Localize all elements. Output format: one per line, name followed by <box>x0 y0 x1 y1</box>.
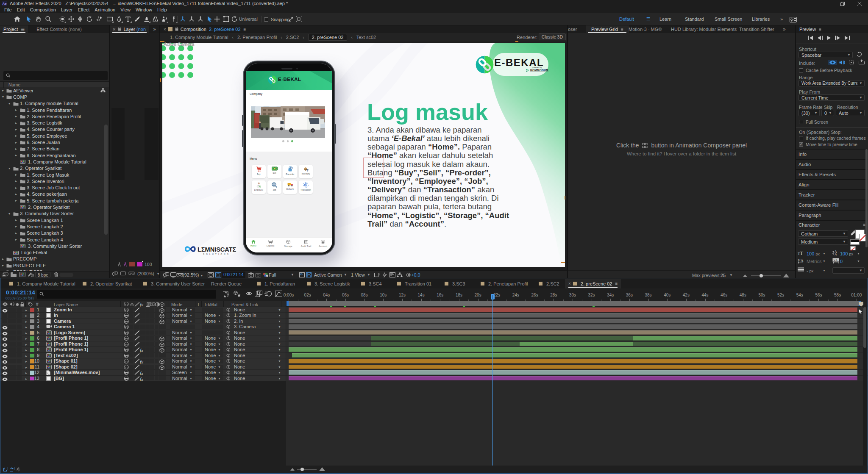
adj-switch[interactable] <box>155 319 159 323</box>
trkmat-value[interactable]: None <box>205 347 216 352</box>
audio-switch[interactable] <box>8 324 12 329</box>
tool-gizmo-position[interactable] <box>213 15 221 23</box>
workspace-tab-libraries[interactable]: Libraries <box>752 17 770 22</box>
timeline-track-row[interactable] <box>286 324 868 330</box>
playhead-head[interactable] <box>491 294 495 299</box>
project-item-comp[interactable]: 1. Company Module Tutorial <box>0 158 109 165</box>
layer-duration-bar[interactable] <box>633 342 857 346</box>
project-item-folder[interactable]: ▸5. Scene Employee <box>0 133 109 139</box>
tool-puppet-pin[interactable] <box>170 15 178 23</box>
sun-switch[interactable] <box>129 347 134 352</box>
tool-roto-brush[interactable] <box>160 15 169 23</box>
breadcrumb-item[interactable]: 2. preScene 02 <box>308 34 348 41</box>
parent-value[interactable]: None <box>234 376 245 381</box>
timeline-track-row[interactable] <box>286 313 868 318</box>
project-scrollbar[interactable] <box>104 125 108 235</box>
fx-switch[interactable] <box>139 319 145 323</box>
snapping-checkbox[interactable]: Snapping <box>264 17 289 22</box>
panel-tab-info[interactable]: Info <box>796 150 868 159</box>
tool-brush[interactable] <box>133 15 142 23</box>
solo-switch[interactable] <box>12 347 17 352</box>
project-item-folder[interactable]: ▸4. Scene Counter party <box>0 126 109 133</box>
magenta-channel-swatch[interactable] <box>137 262 142 266</box>
work-area-bar[interactable] <box>287 301 861 306</box>
lock-switch[interactable] <box>17 324 22 329</box>
mode-value[interactable]: Normal <box>172 335 187 341</box>
always-preview-icon[interactable] <box>112 272 118 276</box>
timeline-track-row[interactable] <box>286 307 868 313</box>
timeline-tab[interactable]: 3.SC3 <box>441 279 469 288</box>
tool-eraser[interactable] <box>151 15 159 23</box>
workspace-menu-icon[interactable]: ☰ <box>646 17 650 21</box>
tab-layer[interactable]: ✕ Layer (non <box>110 25 149 33</box>
color-depth-button[interactable]: 8 bpc <box>35 272 50 277</box>
video-switch[interactable] <box>2 308 7 312</box>
solo-switch[interactable] <box>12 342 17 346</box>
play-from-dropdown[interactable]: Current Time▼ <box>798 94 865 101</box>
workspace-tab-learn[interactable]: Learn <box>659 17 671 22</box>
layer-name[interactable]: Camera 1 <box>54 324 75 329</box>
trkmat-cell[interactable] <box>202 308 223 312</box>
project-item-folder[interactable]: ▸2. Scene Inventori <box>0 178 109 184</box>
timeline-track-row[interactable] <box>286 341 868 347</box>
mode-value[interactable]: Normal <box>172 376 187 381</box>
chevron-collapsed-icon[interactable]: ▸ <box>15 199 17 202</box>
audio-switch[interactable] <box>8 342 12 346</box>
timeline-tab[interactable]: 3. Community User Sorter <box>140 279 208 288</box>
chevron-collapsed-icon[interactable]: ▸ <box>15 134 17 138</box>
tool-dolly[interactable] <box>76 15 84 23</box>
layer-expander-chevron[interactable]: ▸ <box>25 314 27 318</box>
timeline-layer-row[interactable]: ▸2InNormal▼None▼1. Zoom In▼ <box>0 313 286 318</box>
mode-value[interactable]: Screen <box>172 370 187 375</box>
project-item-folder[interactable]: ▸Scene Langkah 4 <box>0 236 109 243</box>
play-button[interactable] <box>826 36 831 40</box>
viewport-camera-label[interactable]: Active Camera <box>164 42 194 47</box>
timeline-tab[interactable]: 1. Pendaftaran <box>253 279 298 288</box>
parent-pickwhip-icon[interactable] <box>225 359 230 363</box>
share-frame-icon[interactable] <box>859 59 865 64</box>
timeline-layer-row[interactable]: ▸3CameraNormal▼None▼2. In▼ <box>0 319 286 324</box>
cube-switch[interactable] <box>159 370 166 374</box>
tool-gizmo-select[interactable] <box>205 15 214 23</box>
mblur-switch[interactable] <box>150 319 154 323</box>
project-item-folder[interactable]: ▸Scene Langkah 3 <box>0 230 109 236</box>
comp-marker-bin-icon[interactable] <box>858 302 864 308</box>
workspace-tab-default[interactable]: Default <box>619 17 634 22</box>
workspace-tab-standard[interactable]: Standard <box>685 17 704 22</box>
timeline-layer-row[interactable]: ▸7[Profil Phone 1]Normal▼None▼None▼ <box>0 341 286 347</box>
sun-switch[interactable] <box>129 313 134 317</box>
cache-before-playback-checkbox[interactable]: Cache Before Playback <box>799 68 852 73</box>
lock-switch[interactable] <box>17 370 22 374</box>
chevron-collapsed-icon[interactable]: ▸ <box>15 186 17 190</box>
fblend-switch[interactable] <box>145 313 150 317</box>
close-tab-icon[interactable]: × <box>164 27 166 32</box>
layer-expander-chevron[interactable]: ▸ <box>25 320 27 324</box>
project-item-folder[interactable]: ▸1. Scene Log Masuk <box>0 172 109 178</box>
project-item-folder[interactable]: ▸AEViewer <box>0 87 109 94</box>
resolution-dropdown[interactable]: Auto▼ <box>836 110 865 116</box>
solo-switch[interactable] <box>12 319 17 323</box>
parent-pickwhip-icon[interactable] <box>225 342 230 346</box>
quality-walk-icon[interactable] <box>117 262 121 267</box>
parent-pickwhip-icon[interactable] <box>225 365 230 369</box>
live-update-icon[interactable] <box>10 467 14 471</box>
parent-value[interactable]: 2. In <box>234 319 243 324</box>
motion-blur-icon[interactable] <box>264 291 272 297</box>
fblend-switch[interactable] <box>145 347 150 352</box>
chevron-collapsed-icon[interactable]: ▸ <box>15 173 17 177</box>
timeline-track-row[interactable] <box>286 370 868 375</box>
parent-value[interactable]: 1. Zoom In <box>234 313 256 318</box>
fblend-switch[interactable] <box>145 324 150 329</box>
project-item-folder[interactable]: ▾1. Company module Tutorial <box>0 100 109 107</box>
cube-switch[interactable] <box>159 353 166 358</box>
layer-name[interactable]: [Shape 02] <box>54 364 78 369</box>
project-item-comp[interactable]: 2. Operator Syarikat <box>0 204 109 210</box>
move-time-checkbox[interactable]: ✓Move time to preview time <box>799 142 857 147</box>
chevron-collapsed-icon[interactable]: ▸ <box>15 192 17 196</box>
time-ruler[interactable]: 0:00s02s04s06s08s10s12s14s16s18s20s22s24… <box>286 288 868 301</box>
sun-switch[interactable] <box>129 342 134 346</box>
panel-menu-icon[interactable]: ≡ <box>615 281 618 286</box>
no-stroke-swatch[interactable] <box>850 246 856 250</box>
mblur-switch[interactable] <box>150 324 154 329</box>
tool-gizmo-rotation[interactable] <box>230 15 239 23</box>
